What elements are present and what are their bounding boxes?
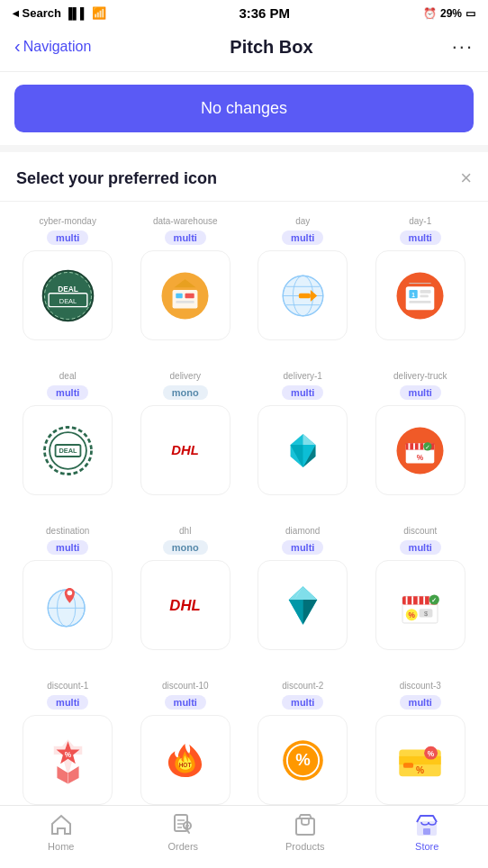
icon-cell-discount3: discount-3 multi % % [362,674,480,814]
icons-grid-row1: cyber-monday multi DEAL DEAL data-wareho… [0,202,488,357]
back-label: Navigation [23,39,92,55]
icon-box-cyber-monday[interactable]: DEAL DEAL [23,250,113,340]
tab-store-label: Store [415,841,438,852]
svg-rect-25 [410,301,431,303]
icon-cell-delivery: delivery mono DHL [127,364,245,504]
icon-box-delivery1[interactable] [258,405,348,495]
icon-box-diamond[interactable] [258,560,348,650]
svg-text:%: % [409,610,416,619]
status-right: ⏰ 29% ▭ [423,7,475,20]
svg-rect-24 [420,294,429,297]
alarm-icon: ⏰ [423,7,437,20]
products-icon [294,813,317,838]
more-button[interactable]: ··· [452,35,474,59]
icon-box-delivery[interactable]: DHL [140,405,230,495]
icon-box-destination[interactable] [23,560,113,650]
badge-discount2: multi [282,695,323,710]
tab-products-label: Products [285,841,324,852]
svg-text:DHL: DHL [170,597,201,614]
icon-label-discount2: discount-2 [282,681,323,691]
svg-text:%: % [417,452,424,461]
badge-discount3: multi [400,695,441,710]
icon-cell-delivery-truck: delivery-truck multi % [362,364,480,504]
home-icon [50,813,73,838]
svg-rect-6 [173,290,198,308]
svg-rect-96 [296,818,314,835]
badge-discount10: multi [165,695,206,710]
icon-cell-destination: destination multi [9,519,127,659]
badge-delivery-truck: multi [400,385,441,400]
icon-box-dhl[interactable]: DHL [140,560,230,650]
signal-icon: ▐▌▌ [65,7,88,20]
icon-label-cyber-monday: cyber-monday [40,216,96,226]
icon-box-delivery-truck[interactable]: % ✓ [375,405,465,495]
svg-rect-18 [299,293,311,298]
icon-label-delivery1: delivery-1 [284,371,322,381]
icon-label-delivery: delivery [170,371,201,381]
svg-rect-7 [176,293,183,298]
icon-box-data-warehouse[interactable] [140,250,230,340]
icon-box-discount1[interactable]: % [23,715,113,805]
search-label: ◂ Search [13,6,61,20]
icon-cell-day: day multi [244,209,362,349]
tab-bar: Home Orders Products [0,805,488,868]
badge-discount1: multi [47,695,88,710]
svg-text:DEAL: DEAL [59,447,77,455]
icon-box-discount3[interactable]: % % [375,715,465,805]
svg-text:DHL: DHL [171,443,199,457]
status-time: 3:36 PM [239,5,290,21]
icon-label-day: day [295,216,310,226]
icon-label-deal: deal [59,371,77,381]
svg-text:%: % [65,749,72,758]
svg-rect-8 [185,293,194,298]
icon-picker-header: Select your preferred icon × [0,152,488,202]
icon-cell-discount2: discount-2 multi % [244,674,362,814]
close-button[interactable]: × [460,168,472,188]
back-chevron-icon: ‹ [14,37,21,55]
badge-data-warehouse: multi [165,231,206,245]
icon-label-data-warehouse: data-warehouse [153,216,218,226]
icon-picker-panel: Select your preferred icon × cyber-monda… [0,152,488,868]
icon-cell-delivery1: delivery-1 multi [244,364,362,504]
badge-discount: multi [400,540,441,555]
icon-label-diamond: diamond [285,526,320,536]
icon-label-discount: discount [403,526,437,536]
svg-text:✓: ✓ [425,443,430,449]
svg-marker-33 [303,433,315,444]
icon-cell-discount10: discount-10 multi HOT [127,674,245,814]
icon-box-discount10[interactable]: HOT [140,715,230,805]
status-left: ◂ Search ▐▌▌ 📶 [13,6,106,20]
svg-text:DEAL: DEAL [58,284,78,293]
icon-label-discount3: discount-3 [400,681,441,691]
battery-icon: ▭ [465,7,475,20]
icon-label-discount10: discount-10 [162,681,209,691]
icon-label-destination: destination [46,526,89,536]
svg-text:✓: ✓ [432,596,438,604]
svg-text:$: $ [424,609,428,617]
badge-delivery1: multi [282,385,323,400]
badge-deal: multi [47,385,88,400]
icon-box-discount2[interactable]: % [258,715,348,805]
tab-home[interactable]: Home [30,813,93,852]
icon-label-day1: day-1 [409,216,431,226]
icon-cell-dhl: dhl mono DHL [127,519,245,659]
icon-box-day[interactable] [258,250,348,340]
svg-text:HOT: HOT [179,761,192,767]
no-changes-button[interactable]: No changes [14,85,474,132]
back-button[interactable]: ‹ Navigation [14,39,91,55]
tab-store[interactable]: Store [395,813,458,852]
svg-marker-56 [288,600,303,625]
badge-delivery: mono [163,385,208,400]
icon-cell-diamond: diamond multi [244,519,362,659]
icon-label-dhl: dhl [179,526,191,536]
tab-products[interactable]: Products [274,813,337,852]
icon-box-discount[interactable]: % $ ✓ [375,560,465,650]
badge-destination: multi [47,540,88,555]
svg-text:%: % [416,765,424,775]
icons-grid-row3: destination multi dhl mono [0,511,488,666]
icon-box-deal[interactable]: DEAL [23,405,113,495]
icon-cell-discount1: discount-1 multi % [9,674,127,814]
icon-box-day1[interactable]: 1 [375,250,465,340]
svg-text:DEAL: DEAL [59,296,77,304]
tab-orders[interactable]: Orders [151,813,214,852]
